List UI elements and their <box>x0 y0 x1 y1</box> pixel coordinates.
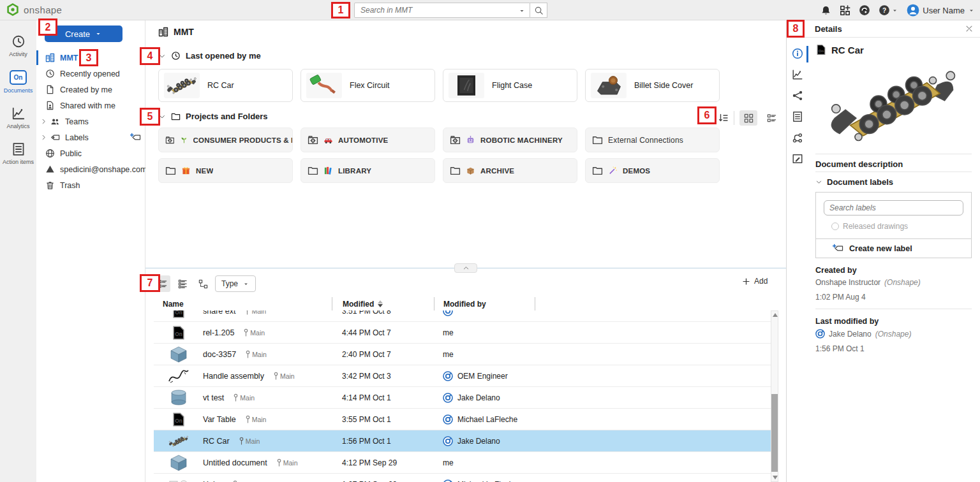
table-row-doc-3357[interactable]: doc-3357 Main 2:40 PM Oct 7 me <box>154 344 771 365</box>
column-header-name[interactable]: Name <box>154 297 332 310</box>
details-tab-analytics[interactable] <box>792 69 803 80</box>
search-labels-input[interactable] <box>824 200 963 215</box>
chevron-down-icon <box>815 179 822 186</box>
details-tab-notes[interactable] <box>792 153 803 164</box>
callout-4: 4 <box>140 47 160 65</box>
collapse-table-button[interactable] <box>454 263 477 273</box>
folder-card-demos[interactable]: DEMOS <box>585 158 720 183</box>
sidebar-item-labels[interactable]: Labels <box>36 129 145 145</box>
table-header: Name Modified Modified by <box>154 297 771 310</box>
user-avatar <box>815 329 825 339</box>
document-card-flight-case[interactable]: Flight Case <box>443 69 577 102</box>
clock-icon <box>45 69 55 78</box>
rail-item-action-items[interactable]: Action items <box>0 142 36 165</box>
search-icon <box>534 6 544 15</box>
document-card-rc-car[interactable]: RC Car <box>158 69 293 102</box>
table-row-rel-1205[interactable]: rel-1.205 Main 4:44 PM Oct 7 me <box>154 322 771 344</box>
details-tab-info[interactable] <box>792 48 803 59</box>
grid-view-button[interactable] <box>739 110 757 126</box>
add-label-icon[interactable] <box>130 133 141 142</box>
folder-card-new[interactable]: NEW <box>158 158 293 183</box>
add-button[interactable]: Add <box>742 277 768 286</box>
app-store-icon[interactable] <box>840 5 850 16</box>
last-opened-section-header: Last opened by me <box>158 51 261 61</box>
details-tab-properties[interactable] <box>792 111 803 122</box>
sidebar-item-drive-account[interactable]: spedicini@onshape.com <box>36 161 145 177</box>
onshape-logo: onshape <box>6 3 62 16</box>
rail-item-activity[interactable]: Activity <box>0 34 36 57</box>
scroll-down-arrow[interactable] <box>773 476 778 479</box>
document-card-billet-side-cover[interactable]: Billet Side Cover <box>585 69 720 102</box>
sidebar-item-recently-opened[interactable]: Recently opened <box>36 66 145 82</box>
folder-icon <box>308 165 318 176</box>
onshape-logo-text: onshape <box>24 4 62 15</box>
details-document-title: RC Car <box>815 44 972 55</box>
folder-card-library[interactable]: LIBRARY <box>301 158 435 183</box>
project-card-robotic-machinery[interactable]: ROBOTIC MACHINERY <box>443 128 577 152</box>
project-card-automotive[interactable]: AUTOMOTIVE <box>301 128 435 152</box>
table-row-var-table[interactable]: Var Table Main 3:55 PM Oct 1 Michael LaF… <box>154 409 771 430</box>
table-row-rc-car[interactable]: RC Car Main 1:56 PM Oct 1 Jake Delano <box>154 430 771 452</box>
sidebar-item-public[interactable]: Public <box>36 145 145 161</box>
scroll-up-arrow[interactable] <box>773 313 778 317</box>
document-labels-header[interactable]: Document labels <box>815 172 972 189</box>
labels-box: Released drawings Create new label <box>815 192 972 258</box>
help-menu[interactable] <box>879 4 898 16</box>
search-scope-caret-icon[interactable] <box>518 7 526 15</box>
table-compact-view-button[interactable] <box>174 275 191 292</box>
document-card-flex-circuit[interactable]: Flex Circuit <box>301 69 435 102</box>
table-row-vt-test[interactable]: vt test Main 4:14 PM Oct 1 Jake Delano <box>154 387 771 409</box>
list-view-button[interactable] <box>762 110 780 126</box>
branch-icon <box>243 328 249 337</box>
community-icon[interactable] <box>859 4 870 16</box>
table-scrollbar[interactable] <box>771 310 778 482</box>
table-tree-view-button[interactable] <box>195 275 211 292</box>
column-header-modified[interactable]: Modified <box>332 297 434 310</box>
sidebar-item-teams[interactable]: Teams <box>36 113 145 129</box>
info-icon <box>792 48 803 59</box>
released-drawings-option[interactable]: Released drawings <box>816 222 971 238</box>
sort-arrows-icon <box>378 300 383 307</box>
project-card-consumer-products[interactable]: CONSUMER PRODUCTS & RE... <box>158 128 293 152</box>
create-new-label-button[interactable]: Create new label <box>816 238 971 258</box>
sidebar-label-public: Public <box>60 149 82 158</box>
table-row-untitled-document[interactable]: Untitled document Main 4:12 PM Sep 29 me <box>154 452 771 474</box>
branch-icon <box>244 310 250 315</box>
sidebar-item-created-by-me[interactable]: Created by me <box>36 82 145 98</box>
sidebar-label-created-by-me: Created by me <box>60 85 112 94</box>
table-row-share-ext[interactable]: share ext Main 3:51 PM Oct 8 <box>154 310 771 322</box>
sidebar-item-trash[interactable]: Trash <box>36 177 145 193</box>
checkbox-icon <box>831 223 839 230</box>
onshape-doc-icon <box>167 411 190 428</box>
search-input[interactable] <box>354 3 530 18</box>
details-tab-rail <box>787 38 808 481</box>
flex-circuit-thumbnail <box>306 73 342 98</box>
trash-icon <box>45 180 55 190</box>
scrollbar-thumb[interactable] <box>771 394 778 472</box>
document-icon <box>45 85 55 94</box>
created-by-block: Created by Onshape Instructor (Onshape) … <box>815 258 972 302</box>
branch-icon <box>239 437 244 445</box>
table-row-holes[interactable]: Holes Main 1:27 PM Sep 29 Michael LaFlec… <box>154 474 771 482</box>
type-filter-button[interactable]: Type <box>215 275 256 292</box>
details-tab-versions[interactable] <box>792 132 803 143</box>
search-button[interactable] <box>530 3 547 18</box>
folder-icon <box>165 165 176 176</box>
notifications-bell-icon[interactable] <box>820 5 831 16</box>
close-icon[interactable] <box>965 24 974 33</box>
activity-icon <box>11 34 26 48</box>
user-menu[interactable]: User Name <box>907 4 975 17</box>
callout-3: 3 <box>79 49 98 66</box>
chevron-right-icon <box>40 118 47 125</box>
user-avatar <box>443 371 453 381</box>
rail-item-analytics[interactable]: Analytics <box>0 106 36 129</box>
sort-order-icon[interactable] <box>718 113 729 123</box>
rail-item-documents[interactable]: On Documents <box>0 70 36 94</box>
table-row-handle-assembly[interactable]: Handle assembly Main 3:42 PM Oct 3 OEM E… <box>154 365 771 387</box>
details-tab-share[interactable] <box>792 90 803 101</box>
sidebar-item-shared-with-me[interactable]: Shared with me <box>36 98 145 113</box>
folder-card-external-connections[interactable]: External Connections <box>585 128 720 152</box>
column-header-modified-by[interactable]: Modified by <box>434 297 535 310</box>
books-icon <box>323 166 333 175</box>
folder-card-archive[interactable]: ARCHIVE <box>443 158 577 183</box>
